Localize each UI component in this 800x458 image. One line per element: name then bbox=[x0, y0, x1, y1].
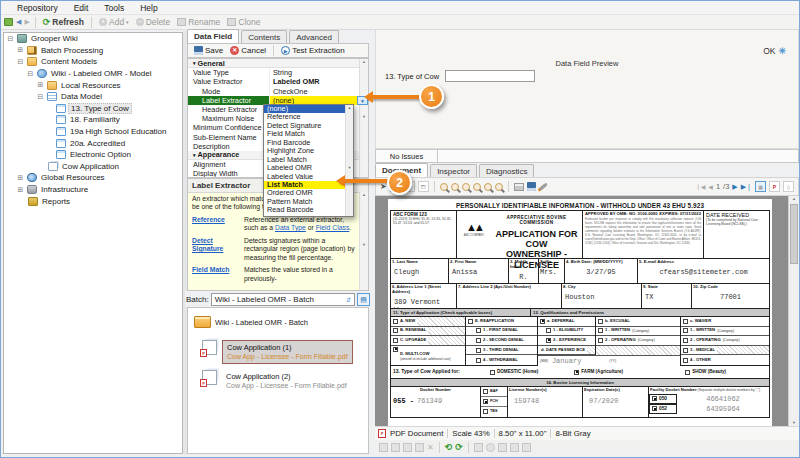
image-tool-icon[interactable] bbox=[403, 443, 412, 452]
viewer-scrollbar[interactable]: ▲▼ bbox=[788, 196, 799, 426]
image-tool-icon[interactable] bbox=[391, 443, 400, 452]
collapse-icon[interactable] bbox=[26, 70, 35, 78]
settings-wrench-icon[interactable] bbox=[539, 182, 548, 190]
clear-icon[interactable]: ✕ bbox=[427, 443, 434, 452]
propgrid-scrollbar[interactable]: ▲▼ bbox=[359, 59, 368, 177]
next-page-icon[interactable]: ▶ bbox=[732, 183, 737, 191]
menu-edit[interactable]: Edit bbox=[66, 3, 97, 13]
field-match-link[interactable]: Field Match bbox=[192, 266, 244, 283]
last-page-icon[interactable]: ▶❘ bbox=[741, 183, 752, 191]
cancel-button[interactable]: ✕Cancel bbox=[228, 46, 268, 55]
clone-button[interactable]: Clone bbox=[225, 17, 262, 27]
refresh-button[interactable]: ⟳Refresh bbox=[41, 17, 86, 27]
menu-repository[interactable]: Repository bbox=[9, 3, 66, 13]
field-class-link[interactable]: Field Class bbox=[316, 224, 350, 231]
batch-doc-cow-application-1[interactable]: P Cow Application (1) Cow App - Licensee… bbox=[202, 340, 353, 364]
tab-contents[interactable]: Contents bbox=[241, 30, 287, 43]
type-of-cow-input[interactable] bbox=[445, 70, 535, 82]
tree-item-infrastructure[interactable]: Infrastructure bbox=[4, 184, 182, 196]
tree-item-content-models[interactable]: Content Models bbox=[4, 56, 182, 68]
pdf-view-icon[interactable]: P bbox=[769, 181, 780, 192]
data-type-link[interactable]: Data Type bbox=[275, 224, 306, 231]
delete-button[interactable]: −Delete bbox=[134, 17, 173, 27]
thumbnails-toggle-icon[interactable]: ▦ bbox=[755, 181, 766, 192]
image-tool-icon[interactable] bbox=[474, 443, 483, 452]
document-viewer[interactable]: PERSONALLY IDENTIFIABLE INFORMATION - WI… bbox=[375, 196, 799, 426]
rename-button[interactable]: Rename bbox=[175, 17, 222, 27]
tree-item-13-type-of-cow[interactable]: 13. Type of Cow bbox=[4, 103, 182, 115]
window-icon[interactable] bbox=[4, 18, 13, 26]
checkbox-checked-icon bbox=[540, 319, 545, 324]
zoom-100-icon[interactable] bbox=[462, 183, 470, 191]
expand-icon[interactable] bbox=[36, 81, 45, 89]
collapse-icon[interactable] bbox=[16, 58, 25, 66]
tree-item-data-model[interactable]: Data Model bbox=[4, 91, 182, 103]
tree-item-cow-application[interactable]: Cow Application bbox=[4, 161, 182, 173]
preview-pane-icon[interactable]: 🗔 bbox=[418, 181, 429, 192]
forward-icon[interactable]: ▶ bbox=[24, 18, 29, 26]
zoom-fit-icon[interactable] bbox=[473, 183, 481, 191]
image-tool-icon[interactable] bbox=[379, 443, 388, 452]
batch-doc-cow-application-2[interactable]: P Cow Application (2) Cow App - Licensee… bbox=[202, 370, 351, 392]
batch-selector[interactable]: Wiki - Labeled OMR - Batch ⇵ bbox=[211, 293, 355, 306]
menu-help[interactable]: Help bbox=[132, 3, 165, 13]
expand-icon[interactable] bbox=[16, 174, 25, 182]
image-tool-icon[interactable] bbox=[415, 443, 424, 452]
detect-signature-link[interactable]: Detect Signature bbox=[192, 237, 244, 262]
dropdown-scrollbar[interactable]: ▲▼ bbox=[345, 105, 353, 216]
tree-item-electronic-option[interactable]: Electronic Option bbox=[4, 149, 182, 161]
collapse-icon[interactable] bbox=[36, 93, 45, 101]
save-image-icon[interactable] bbox=[527, 182, 536, 191]
prop-row-mode[interactable]: ModeCheckOne bbox=[188, 87, 368, 96]
tree-item-20a-accredited[interactable]: 20a. Accredited bbox=[4, 137, 182, 149]
test-extraction-button[interactable]: ▶Test Extraction bbox=[279, 46, 346, 55]
checkbox-icon bbox=[476, 358, 481, 363]
tab-advanced[interactable]: Advanced bbox=[289, 30, 339, 43]
zoom-width-icon[interactable] bbox=[484, 183, 492, 191]
zoom-out-icon[interactable] bbox=[451, 183, 459, 191]
expand-icon[interactable] bbox=[16, 186, 25, 194]
batch-root-node[interactable]: Wiki - Labeled OMR - Batch bbox=[188, 308, 368, 328]
tab-data-field[interactable]: Data Field bbox=[187, 29, 239, 43]
dropdown-item-read-barcode[interactable]: Read Barcode bbox=[264, 206, 347, 214]
previous-page-icon[interactable]: ◀ bbox=[708, 183, 713, 190]
collapse-icon[interactable] bbox=[6, 35, 15, 43]
tree-item-18-familiarity[interactable]: 18. Familiarity bbox=[4, 114, 182, 126]
checkbox-icon bbox=[476, 338, 481, 343]
tree-item-local-resources[interactable]: Local Resources bbox=[4, 79, 182, 91]
tree-item-grooper-wiki[interactable]: Grooper Wiki bbox=[4, 33, 182, 45]
first-page-icon[interactable]: ❘◀ bbox=[696, 183, 706, 190]
tree-item-labeled-omr-model[interactable]: Wiki - Labeled OMR - Model bbox=[4, 68, 182, 80]
form-value: Houston bbox=[562, 291, 641, 303]
zoom-selection-icon[interactable] bbox=[495, 183, 503, 191]
expand-icon[interactable] bbox=[16, 46, 25, 54]
tree-item-reports[interactable]: Reports bbox=[4, 195, 182, 207]
crop-icon[interactable] bbox=[498, 443, 507, 452]
image-tool-icon[interactable] bbox=[522, 443, 531, 452]
add-button[interactable]: +Add▾ bbox=[97, 17, 131, 27]
rotate-right-icon[interactable]: ⟳ bbox=[455, 443, 463, 452]
tree-item-19a-high-school[interactable]: 19a High School Education bbox=[4, 126, 182, 138]
back-icon[interactable]: ◀ bbox=[16, 18, 21, 26]
prop-row-value-type[interactable]: Value TypeString bbox=[188, 68, 368, 77]
help-scrollbar[interactable]: ▲▼ bbox=[359, 192, 368, 290]
image-tool-icon[interactable] bbox=[510, 443, 519, 452]
pointer-tool-icon[interactable]: ➤ bbox=[380, 182, 387, 191]
save-button[interactable]: Save bbox=[192, 46, 225, 55]
tab-inspector[interactable]: Inspector bbox=[430, 164, 477, 177]
rotate-left-icon[interactable]: ⟲ bbox=[445, 443, 453, 452]
open-batch-button[interactable]: ▤ bbox=[357, 293, 370, 306]
menu-tools[interactable]: Tools bbox=[96, 3, 132, 13]
print-icon[interactable] bbox=[514, 183, 524, 191]
zoom-in-icon[interactable] bbox=[440, 183, 448, 191]
collapse-icon[interactable]: ✳ bbox=[778, 46, 786, 56]
reference-link[interactable]: Reference bbox=[192, 216, 244, 233]
checkbox-checked-icon bbox=[393, 347, 398, 352]
tree-item-batch-processing[interactable]: Batch Processing bbox=[4, 45, 182, 57]
image-tool-icon[interactable] bbox=[486, 443, 495, 452]
text-view-icon[interactable]: ▯ bbox=[783, 181, 794, 192]
tab-diagnostics[interactable]: Diagnostics bbox=[479, 164, 534, 177]
prop-row-value-extractor[interactable]: Value ExtractorLabeled OMR bbox=[188, 77, 368, 86]
prop-section-general[interactable]: ▾General bbox=[188, 59, 368, 68]
tree-item-global-resources[interactable]: Global Resources bbox=[4, 172, 182, 184]
